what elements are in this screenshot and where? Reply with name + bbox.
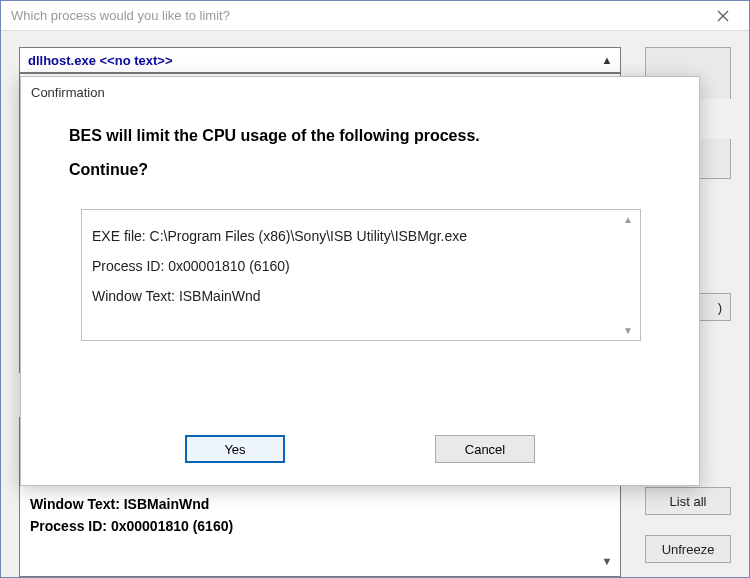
chevron-down-icon[interactable]: ▼ [598,552,616,570]
dialog-info-box: EXE file: C:\Program Files (x86)\Sony\IS… [81,209,641,341]
cancel-button-label: Cancel [465,442,505,457]
process-combo-value: dllhost.exe <<no text>> [28,53,173,68]
process-combo[interactable]: dllhost.exe <<no text>> ▲ [19,47,621,73]
parent-window-title: Which process would you like to limit? [11,8,703,23]
dialog-continue: Continue? [69,161,651,179]
list-all-button-label: List all [670,494,707,509]
confirmation-dialog: Confirmation BES will limit the CPU usag… [20,76,700,486]
yes-button[interactable]: Yes [185,435,285,463]
unfreeze-button[interactable]: Unfreeze [645,535,731,563]
list-all-button[interactable]: List all [645,487,731,515]
dialog-button-row: Yes Cancel [21,423,699,485]
parent-titlebar: Which process would you like to limit? [1,1,749,31]
dialog-body: BES will limit the CPU usage of the foll… [21,107,699,423]
info-exe-file: EXE file: C:\Program Files (x86)\Sony\IS… [92,228,612,244]
info-scrollbar[interactable]: ▲ ▼ [618,210,638,340]
yes-button-label: Yes [224,442,245,457]
close-icon[interactable] [703,2,743,30]
chevron-up-icon[interactable]: ▲ [623,214,633,225]
info-process-id: Process ID: 0x00001810 (6160) [92,258,612,274]
info-window-text: Window Text: ISBMainWnd [92,288,612,304]
dialog-title: Confirmation [31,85,105,100]
chevron-up-icon[interactable]: ▲ [598,51,616,69]
side-button-obscured-3-suffix: ) [718,300,722,315]
cancel-button[interactable]: Cancel [435,435,535,463]
dialog-titlebar: Confirmation [21,77,699,107]
chevron-down-icon[interactable]: ▼ [623,325,633,336]
detail-window-text: Window Text: ISBMainWnd [30,496,610,512]
detail-process-id: Process ID: 0x00001810 (6160) [30,518,610,534]
unfreeze-button-label: Unfreeze [662,542,715,557]
dialog-headline: BES will limit the CPU usage of the foll… [69,127,651,145]
